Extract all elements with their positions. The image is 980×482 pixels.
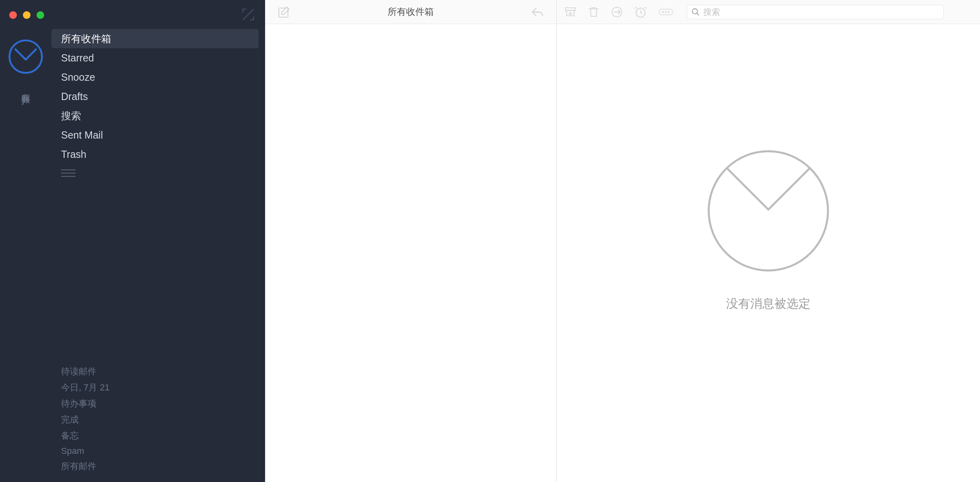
later-icon[interactable] <box>610 6 623 18</box>
svg-line-19 <box>697 13 699 15</box>
compose-icon[interactable] <box>277 5 291 19</box>
folder-item-drafts[interactable]: Drafts <box>51 87 259 106</box>
folder-label: 所有收件箱 <box>61 32 111 45</box>
folder-item-search[interactable]: 搜索 <box>51 106 259 125</box>
svg-rect-5 <box>566 8 575 10</box>
archive-icon[interactable] <box>564 6 577 18</box>
hamburger-icon[interactable] <box>61 169 265 178</box>
svg-point-16 <box>665 11 666 12</box>
svg-point-15 <box>662 11 664 12</box>
svg-point-18 <box>692 8 698 14</box>
folder-label: Trash <box>61 149 86 160</box>
search-icon <box>691 8 700 16</box>
app-window: 所有账户 所有收件箱 Starred Snooze Drafts <box>0 0 980 482</box>
sidebar-bottom-lists: 待读邮件 今日, 7月 21 待办事项 完成 备忘 Spam 所有邮件 <box>51 366 265 482</box>
folder-label: Snooze <box>61 71 95 83</box>
empty-envelope-icon <box>698 145 839 279</box>
more-icon[interactable] <box>658 7 674 17</box>
smart-folder-to-read[interactable]: 待读邮件 <box>61 366 265 378</box>
window-minimize-button[interactable] <box>23 11 31 19</box>
window-controls <box>9 11 44 19</box>
smart-folder-today[interactable]: 今日, 7月 21 <box>61 382 265 394</box>
empty-state-text: 没有消息被选定 <box>726 296 811 312</box>
folder-item-snooze[interactable]: Snooze <box>51 67 259 87</box>
svg-point-17 <box>668 11 669 12</box>
folder-item-starred[interactable]: Starred <box>51 48 259 67</box>
reading-pane: 没有消息被选定 <box>557 0 980 482</box>
trash-icon[interactable] <box>587 6 600 18</box>
account-label[interactable]: 所有账户 <box>20 86 32 90</box>
smart-folder-all-mail[interactable]: 所有邮件 <box>61 460 265 472</box>
smart-folder-done[interactable]: 完成 <box>61 414 265 426</box>
app-logo-icon[interactable] <box>7 38 44 77</box>
search-input[interactable] <box>703 7 939 17</box>
folder-item-all-inboxes[interactable]: 所有收件箱 <box>51 29 259 48</box>
folder-label: 搜索 <box>61 109 81 123</box>
reading-toolbar <box>557 0 980 24</box>
message-list-body <box>265 24 556 482</box>
svg-line-12 <box>635 7 637 8</box>
window-zoom-button[interactable] <box>37 11 44 19</box>
snooze-icon[interactable] <box>634 5 647 19</box>
window-close-button[interactable] <box>9 11 17 19</box>
message-list-column: 所有收件箱 <box>265 0 557 482</box>
folder-item-trash[interactable]: Trash <box>51 145 259 164</box>
sidebar-rail: 所有账户 <box>0 0 51 482</box>
svg-line-13 <box>645 7 646 8</box>
svg-line-11 <box>641 12 642 14</box>
empty-state: 没有消息被选定 <box>557 24 980 482</box>
folder-label: Drafts <box>61 91 88 102</box>
sidebar-folders: 所有收件箱 Starred Snooze Drafts 搜索 Sent Mail… <box>51 0 265 482</box>
smart-folder-todo[interactable]: 待办事项 <box>61 398 265 410</box>
message-list-toolbar: 所有收件箱 <box>265 0 556 24</box>
sync-icon[interactable] <box>240 6 256 24</box>
reply-icon[interactable] <box>531 5 544 19</box>
sidebar: 所有账户 所有收件箱 Starred Snooze Drafts <box>0 0 265 482</box>
svg-point-0 <box>10 41 42 73</box>
folder-label: Sent Mail <box>61 129 103 141</box>
message-list-title: 所有收件箱 <box>265 6 556 18</box>
smart-folder-spam[interactable]: Spam <box>61 446 265 456</box>
folder-label: Starred <box>61 52 94 64</box>
folder-item-sent[interactable]: Sent Mail <box>51 125 259 145</box>
smart-folder-memo[interactable]: 备忘 <box>61 430 265 442</box>
svg-rect-4 <box>279 8 288 17</box>
search-field[interactable] <box>687 5 944 19</box>
